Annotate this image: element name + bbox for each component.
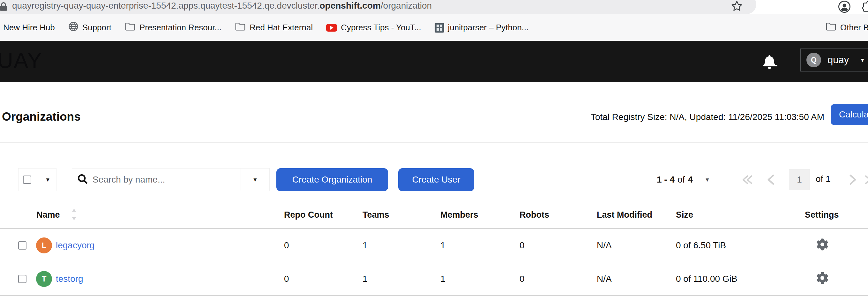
bookmark-label: Cypress Tips - YouT... xyxy=(341,23,421,33)
pagination-last-page-icon[interactable] xyxy=(864,173,868,187)
user-menu-toggle[interactable]: Q quay ▼ xyxy=(800,49,868,71)
registry-size-summary: Total Registry Size: N/A, Updated: 11/26… xyxy=(591,112,824,122)
bookmark-label: Presentation Resour... xyxy=(140,23,221,33)
browser-topbar: quayregistry-quay-quay-enterprise-15542.… xyxy=(0,0,868,14)
pagination-menu-toggle[interactable]: 1 - 4 of 4 ▼ xyxy=(657,168,710,191)
junitparser-favicon xyxy=(435,23,444,33)
cell-size: 0 of 6.50 TiB xyxy=(676,240,726,250)
pagination-next-page-icon[interactable] xyxy=(846,173,859,187)
other-bookmarks-label: Other Bo xyxy=(840,23,868,33)
screen: quayregistry-quay-quay-enterprise-15542.… xyxy=(0,0,868,300)
cell-robots: 0 xyxy=(520,240,525,250)
pagination-range: 1 - 4 xyxy=(657,175,675,185)
column-header-size: Size xyxy=(676,210,693,220)
app-header: UAY Q quay ▼ xyxy=(0,41,868,82)
url-path: /organization xyxy=(381,1,432,10)
search-filter-dropdown[interactable]: ▼ xyxy=(241,169,269,191)
cell-members: 1 xyxy=(440,274,445,284)
bookmark-cypress-tips[interactable]: Cypress Tips - YouT... xyxy=(326,23,421,33)
cell-last-modified: N/A xyxy=(597,240,612,250)
table-row-testorg: T testorg 0 1 1 0 N/A 0 of 110.00 GiB xyxy=(0,262,868,296)
browser-profile-icon[interactable] xyxy=(838,0,851,15)
column-header-repo-count: Repo Count xyxy=(284,210,333,220)
bookmark-new-hire-hub[interactable]: New Hire Hub xyxy=(3,23,55,33)
org-avatar: L xyxy=(36,237,52,253)
cell-repo-count: 0 xyxy=(284,240,289,250)
table-row-legacyorg: L legacyorg 0 1 1 0 N/A 0 of 6.50 TiB xyxy=(0,229,868,262)
chevron-down-icon: ▼ xyxy=(705,177,710,183)
pagination-of-pages: of 1 xyxy=(816,174,831,184)
pagination-of-word: of xyxy=(678,175,685,185)
lock-icon xyxy=(0,2,8,13)
sort-icon[interactable] xyxy=(71,208,76,222)
bookmark-label: Support xyxy=(82,23,112,33)
youtube-icon xyxy=(326,24,337,32)
bookmark-support[interactable]: Support xyxy=(68,21,112,34)
bulk-select-dropdown[interactable]: ▼ xyxy=(18,168,57,191)
cell-size: 0 of 110.00 GiB xyxy=(676,274,738,284)
settings-gear-icon[interactable] xyxy=(816,238,829,252)
notifications-bell-icon[interactable] xyxy=(763,55,777,70)
other-bookmarks[interactable]: Other Bo xyxy=(826,14,868,41)
bulk-select-checkbox[interactable] xyxy=(23,176,31,184)
user-name: quay xyxy=(828,54,849,66)
pagination-page-input[interactable]: 1 xyxy=(789,169,810,190)
bookmark-presentation-resources[interactable]: Presentation Resour... xyxy=(125,22,221,33)
chevron-down-icon: ▼ xyxy=(860,57,865,63)
globe-icon xyxy=(68,21,79,34)
url-text[interactable]: quayregistry-quay-quay-enterprise-15542.… xyxy=(12,1,432,11)
bookmark-junitparser[interactable]: junitparser – Python... xyxy=(435,23,529,33)
cell-repo-count: 0 xyxy=(284,274,289,284)
bookmark-red-hat-external[interactable]: Red Hat External xyxy=(235,22,313,33)
pagination-prev-page-icon[interactable] xyxy=(765,173,778,187)
column-header-teams: Teams xyxy=(363,210,389,220)
address-bar[interactable]: quayregistry-quay-quay-enterprise-15542.… xyxy=(0,0,756,14)
calculate-button[interactable]: Calculate xyxy=(831,104,868,125)
table-header-row: Name Repo Count Teams Members Robots Las… xyxy=(0,204,868,229)
url-domain: openshift.com xyxy=(319,1,380,10)
bookmarks-bar: New Hire Hub Support Presentation Resour… xyxy=(0,14,868,41)
cell-last-modified: N/A xyxy=(597,274,612,284)
cell-robots: 0 xyxy=(520,274,525,284)
cell-teams: 1 xyxy=(363,274,368,284)
page-header: Organizations Total Registry Size: N/A, … xyxy=(0,82,868,143)
search-input[interactable] xyxy=(93,175,233,185)
org-name-link[interactable]: testorg xyxy=(56,274,83,284)
folder-icon xyxy=(125,22,135,33)
row-checkbox[interactable] xyxy=(18,241,27,249)
pagination-first-page-icon[interactable] xyxy=(741,173,754,187)
search-icon xyxy=(78,174,87,185)
bookmark-label: junitparser – Python... xyxy=(448,23,529,33)
column-header-robots: Robots xyxy=(520,210,549,220)
cell-teams: 1 xyxy=(363,240,368,250)
org-name-link[interactable]: legacyorg xyxy=(56,240,94,250)
chevron-down-icon: ▼ xyxy=(45,177,51,183)
bookmark-star-icon[interactable] xyxy=(731,0,743,13)
column-header-settings: Settings xyxy=(805,210,839,220)
search-input-wrap xyxy=(72,169,241,191)
column-header-last-modified: Last Modified xyxy=(597,210,652,220)
organizations-table: Name Repo Count Teams Members Robots Las… xyxy=(0,204,868,296)
search-box: ▼ xyxy=(72,168,270,191)
column-header-members: Members xyxy=(440,210,478,220)
column-header-name[interactable]: Name xyxy=(36,210,60,220)
folder-icon xyxy=(235,22,246,33)
bookmark-label: Red Hat External xyxy=(250,23,313,33)
folder-icon xyxy=(826,22,836,33)
cell-members: 1 xyxy=(440,240,445,250)
extensions-puzzle-icon[interactable] xyxy=(861,1,868,15)
org-avatar: T xyxy=(36,271,52,287)
quay-logo[interactable]: UAY xyxy=(0,48,42,73)
url-prefix: quayregistry-quay-quay-enterprise-15542.… xyxy=(12,1,319,10)
bookmark-label: New Hire Hub xyxy=(3,23,55,33)
create-user-button[interactable]: Create User xyxy=(398,168,474,191)
pagination-total: 4 xyxy=(688,175,693,185)
row-checkbox[interactable] xyxy=(18,275,27,283)
settings-gear-icon[interactable] xyxy=(816,272,829,285)
create-organization-button[interactable]: Create Organization xyxy=(276,168,388,191)
page-title: Organizations xyxy=(2,110,81,123)
organizations-toolbar: ▼ ▼ Create Organization Create User 1 - … xyxy=(0,143,868,204)
user-avatar: Q xyxy=(806,53,821,67)
chevron-down-icon: ▼ xyxy=(252,177,258,183)
